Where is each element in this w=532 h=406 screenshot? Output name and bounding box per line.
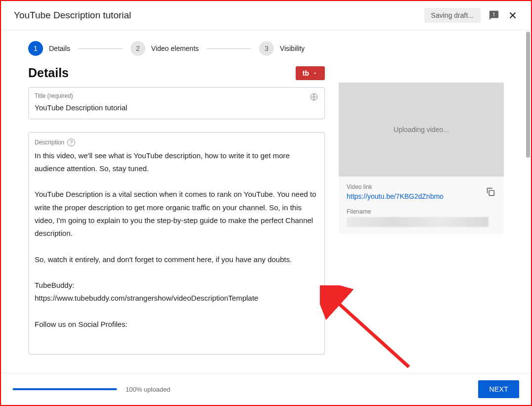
step-video-elements[interactable]: 2 Video elements xyxy=(131,41,199,56)
next-button[interactable]: NEXT xyxy=(478,380,519,398)
video-link-label: Video link xyxy=(347,183,443,190)
step-circle: 2 xyxy=(131,41,145,56)
video-preview-panel: Uploading video... Video link https://yo… xyxy=(339,83,504,234)
tubebuddy-button[interactable]: tb xyxy=(296,66,325,80)
step-visibility[interactable]: 3 Visibility xyxy=(259,41,305,56)
title-field-value: YouTube Description tutorial xyxy=(35,102,318,114)
upload-status: Uploading video... xyxy=(394,126,449,134)
copy-icon[interactable] xyxy=(485,186,496,197)
step-connector xyxy=(78,48,123,49)
dialog-title: YouTube Description tutorial xyxy=(14,10,131,21)
saving-draft-badge: Saving draft... xyxy=(424,8,481,23)
step-label: Visibility xyxy=(280,45,305,52)
step-label: Video elements xyxy=(151,45,199,52)
step-details[interactable]: 1 Details xyxy=(28,41,70,56)
step-connector xyxy=(207,48,251,49)
title-field[interactable]: Title (required) YouTube Description tut… xyxy=(28,87,325,119)
step-circle: 3 xyxy=(259,41,274,56)
description-field-label: Description xyxy=(35,139,64,146)
video-thumbnail: Uploading video... xyxy=(339,83,504,177)
scrollbar-thumb[interactable] xyxy=(526,32,530,158)
svg-rect-1 xyxy=(489,190,494,195)
step-label: Details xyxy=(49,45,70,52)
dialog-header: YouTube Description tutorial Saving draf… xyxy=(1,1,531,30)
upload-progress-text: 100% uploaded xyxy=(126,386,170,393)
stepper: 1 Details 2 Video elements 3 Visibility xyxy=(1,30,531,61)
close-icon[interactable] xyxy=(507,10,518,21)
feedback-icon[interactable] xyxy=(488,10,499,21)
filename-value-blurred xyxy=(347,217,488,227)
video-link-value[interactable]: https://youtu.be/7KBG2dZnbmo xyxy=(347,192,443,200)
title-field-label: Title (required) xyxy=(35,92,318,99)
description-field-value: In this video, we'll see what is YouTube… xyxy=(35,149,318,331)
help-icon[interactable]: ? xyxy=(67,138,75,146)
globe-icon[interactable] xyxy=(310,92,318,101)
step-circle: 1 xyxy=(28,41,43,56)
chevron-down-icon xyxy=(312,70,318,76)
description-field[interactable]: Description ? In this video, we'll see w… xyxy=(28,132,325,355)
upload-progress-bar xyxy=(13,388,117,390)
section-title: Details xyxy=(28,66,69,80)
filename-label: Filename xyxy=(347,208,496,215)
dialog-footer: 100% uploaded NEXT xyxy=(1,373,531,405)
tubebuddy-label: tb xyxy=(303,69,309,77)
